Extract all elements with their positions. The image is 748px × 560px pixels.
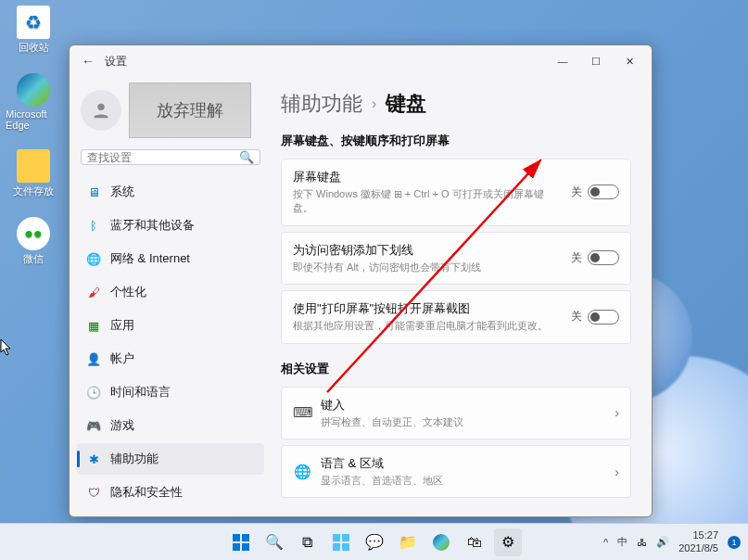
tray-notification-badge[interactable]: 1 (728, 536, 741, 549)
apps-icon: ▦ (86, 318, 101, 333)
bluetooth-icon: ᛒ (86, 218, 101, 233)
sidebar-item-bluetooth[interactable]: ᛒ蓝牙和其他设备 (77, 210, 264, 241)
tray-chevron-up-icon[interactable]: ^ (603, 537, 608, 548)
chevron-right-icon: › (372, 95, 376, 112)
sidebar-item-label: 时间和语言 (110, 384, 171, 401)
explorer-button[interactable]: 📁 (394, 528, 422, 556)
search-button[interactable]: 🔍 (260, 528, 288, 556)
store-button[interactable]: 🛍 (461, 528, 488, 556)
related-link[interactable]: ⌨键入拼写检查、自动更正、文本建议› (281, 387, 631, 439)
window-title: 设置 (105, 54, 127, 70)
settings-window: ← 设置 — ☐ ✕ 放弃理解 🔍 🖥系统ᛒ蓝牙和其他设备🌐网络 & Inter… (69, 45, 653, 517)
sidebar-item-label: 蓝牙和其他设备 (110, 217, 195, 234)
sidebar-item-apps[interactable]: ▦应用 (77, 310, 264, 341)
setting-card: 为访问密钥添加下划线即使不持有 Alt，访问密钥也会带有下划线关 (281, 232, 631, 285)
svg-rect-8 (333, 543, 340, 551)
breadcrumb: 辅助功能 › 键盘 (281, 90, 631, 118)
taskbar-center: 🔍 ⧉ 💬 📁 🛍 ⚙ (227, 528, 522, 556)
sidebar-item-accessibility[interactable]: ✱辅助功能 (77, 443, 264, 475)
profile-name: 放弃理解 (129, 83, 251, 138)
related-description: 拼写检查、自动更正、文本建议 (321, 415, 605, 429)
sidebar-item-label: 辅助功能 (110, 451, 158, 467)
chat-button[interactable]: 💬 (361, 528, 388, 556)
sidebar-item-label: 帐户 (110, 350, 134, 367)
tray-ime-indicator[interactable]: 中 (617, 535, 628, 549)
tray-volume-icon[interactable]: 🔊 (656, 536, 669, 548)
svg-rect-5 (242, 543, 249, 551)
search-box[interactable]: 🔍 (81, 149, 260, 165)
search-input[interactable] (87, 151, 239, 164)
system-tray: ^ 中 🖧 🔊 15:27 2021/8/5 1 (603, 529, 741, 554)
sidebar-item-label: 隐私和安全性 (110, 484, 183, 501)
card-description: 按下 Windows 徽标键 ⊞ + Ctrl + O 可打开或关闭屏幕键盘。 (293, 187, 562, 216)
sidebar-item-personalization[interactable]: 🖌个性化 (77, 276, 264, 308)
settings-taskbar-button[interactable]: ⚙ (494, 528, 522, 556)
avatar-icon (81, 90, 121, 131)
related-link[interactable]: 🌐语言 & 区域显示语言、首选语言、地区› (281, 445, 631, 498)
svg-rect-3 (242, 534, 249, 541)
edge-icon (17, 73, 50, 107)
tray-clock[interactable]: 15:27 2021/8/5 (678, 529, 718, 554)
desktop-icon-edge[interactable]: Microsoft Edge (6, 73, 61, 131)
start-button[interactable] (227, 528, 255, 556)
desktop-icon-recycle-bin[interactable]: ♻ 回收站 (6, 6, 61, 55)
desktop-icons: ♻ 回收站 Microsoft Edge 文件存放 ●● 微信 (6, 6, 61, 266)
sidebar-item-label: 系统 (110, 184, 134, 200)
tray-date: 2021/8/5 (678, 542, 718, 554)
card-description: 根据其他应用设置，可能需要重启电脑才能看到此更改。 (293, 319, 562, 333)
breadcrumb-current: 键盘 (386, 90, 426, 118)
desktop-icon-wechat[interactable]: ●● 微信 (6, 217, 61, 266)
desktop-icon-folder[interactable]: 文件存放 (6, 149, 61, 198)
setting-card: 使用"打印屏幕"按钮打开屏幕截图根据其他应用设置，可能需要重启电脑才能看到此更改… (281, 290, 631, 343)
close-button[interactable]: ✕ (613, 48, 646, 74)
folder-icon (17, 149, 50, 183)
taskbar: 🔍 ⧉ 💬 📁 🛍 ⚙ ^ 中 🖧 🔊 15:27 2021/8/5 1 (0, 523, 748, 560)
sidebar-item-time-language[interactable]: 🕒时间和语言 (77, 376, 264, 408)
desktop-icon-label: 文件存放 (13, 185, 54, 198)
related-title: 键入 (321, 397, 605, 414)
card-title: 使用"打印屏幕"按钮打开屏幕截图 (293, 300, 562, 317)
personalization-icon: 🖌 (86, 285, 101, 299)
setting-card: 屏幕键盘按下 Windows 徽标键 ⊞ + Ctrl + O 可打开或关闭屏幕… (281, 159, 631, 226)
titlebar: ← 设置 — ☐ ✕ (70, 45, 652, 77)
sidebar-item-system[interactable]: 🖥系统 (77, 176, 264, 208)
svg-point-0 (97, 104, 104, 110)
sidebar: 放弃理解 🔍 🖥系统ᛒ蓝牙和其他设备🌐网络 & Internet🖌个性化▦应用👤… (70, 77, 272, 516)
tray-network-icon[interactable]: 🖧 (637, 537, 647, 548)
toggle-state-label: 关 (571, 309, 582, 325)
search-icon: 🔍 (239, 150, 254, 164)
back-button[interactable]: ← (75, 54, 101, 69)
system-icon: 🖥 (86, 185, 101, 199)
toggle-switch[interactable] (588, 310, 619, 325)
sidebar-item-network[interactable]: 🌐网络 & Internet (77, 243, 264, 274)
widgets-button[interactable] (327, 528, 355, 556)
related-icon: 🌐 (293, 464, 311, 480)
tray-time: 15:27 (678, 529, 718, 541)
svg-rect-4 (233, 543, 240, 551)
sidebar-item-windows-update[interactable]: 🔄Windows 更新 (77, 510, 264, 516)
svg-rect-6 (333, 534, 340, 541)
toggle-state-label: 关 (571, 185, 582, 200)
desktop-icon-label: 回收站 (19, 41, 49, 55)
maximize-button[interactable]: ☐ (579, 48, 613, 74)
svg-rect-9 (342, 543, 349, 551)
recycle-bin-icon: ♻ (17, 6, 50, 39)
minimize-button[interactable]: — (546, 48, 579, 74)
breadcrumb-parent[interactable]: 辅助功能 (281, 90, 362, 118)
sidebar-item-gaming[interactable]: 🎮游戏 (77, 410, 264, 441)
edge-taskbar-button[interactable] (427, 528, 455, 556)
related-settings-title: 相关设置 (281, 361, 631, 377)
nav-list: 🖥系统ᛒ蓝牙和其他设备🌐网络 & Internet🖌个性化▦应用👤帐户🕒时间和语… (77, 176, 264, 516)
sidebar-item-accounts[interactable]: 👤帐户 (77, 343, 264, 375)
task-view-button[interactable]: ⧉ (294, 528, 322, 556)
profile-block[interactable]: 放弃理解 (77, 77, 264, 147)
toggle-switch[interactable] (588, 185, 619, 199)
card-title: 屏幕键盘 (293, 169, 562, 185)
toggle-switch[interactable] (588, 250, 619, 265)
chevron-right-icon: › (615, 405, 619, 420)
sidebar-item-privacy[interactable]: 🛡隐私和安全性 (77, 477, 264, 508)
card-description: 即使不持有 Alt，访问密钥也会带有下划线 (293, 261, 562, 274)
sidebar-item-label: 应用 (110, 317, 134, 334)
time-language-icon: 🕒 (86, 385, 101, 400)
related-icon: ⌨ (293, 404, 311, 421)
